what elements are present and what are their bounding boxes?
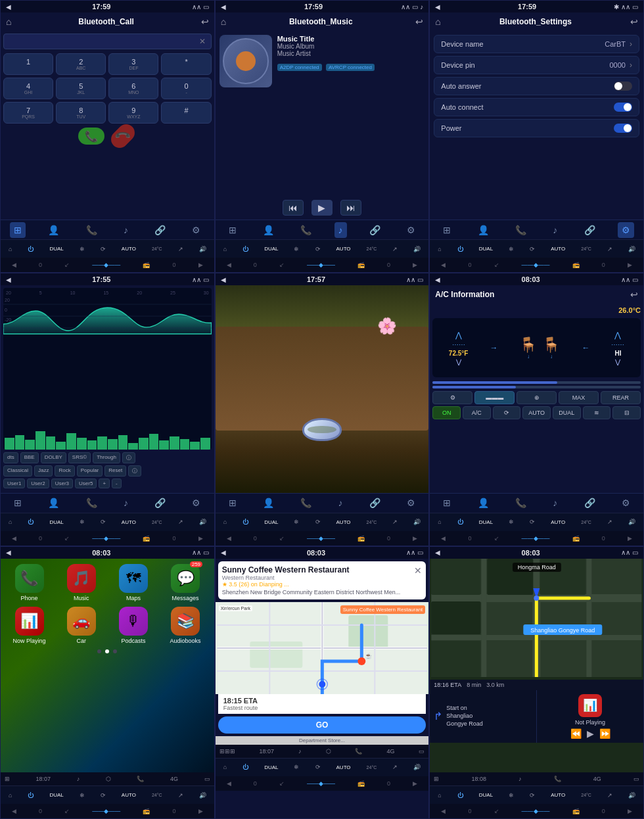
tab-link-4[interactable]: 🔗: [150, 495, 170, 511]
climate-fan-2[interactable]: ⟳: [315, 246, 321, 252]
end-call-button[interactable]: 📞: [108, 121, 139, 152]
eq-user2[interactable]: User2: [27, 479, 49, 488]
ctrl-back-9[interactable]: ↙: [494, 808, 499, 814]
eq-reset[interactable]: Reset: [104, 465, 126, 477]
carplay-grid-icon[interactable]: ⊞: [5, 776, 10, 782]
climate-seat-1[interactable]: ↗: [178, 246, 183, 252]
ac-max-btn[interactable]: MAX: [559, 391, 599, 404]
dial-btn-7[interactable]: 7PQRS: [3, 102, 53, 124]
dot-2[interactable]: [105, 649, 109, 653]
climate-seat-7[interactable]: ↗: [178, 792, 183, 799]
tab-contacts-3[interactable]: 👤: [474, 222, 493, 238]
back-btn-1[interactable]: ↩: [201, 16, 209, 27]
ctrl-left-6[interactable]: ◀: [441, 535, 446, 542]
ctrl-speaker-3[interactable]: 📻: [572, 262, 580, 268]
climate-ac-2[interactable]: ❄: [294, 246, 299, 252]
ctrl-right-6[interactable]: ▶: [628, 535, 632, 542]
ac-recirc-btn[interactable]: ⟳: [493, 406, 521, 419]
nav-active-music[interactable]: ♪: [518, 776, 522, 782]
ctrl-back-3[interactable]: ↙: [494, 262, 499, 268]
home-icon-2[interactable]: ⌂: [221, 16, 226, 27]
ctrl-right-9[interactable]: ▶: [628, 808, 632, 814]
back-arrow-3[interactable]: ◀: [435, 3, 440, 11]
play-button[interactable]: ▶: [311, 200, 333, 216]
climate-vol-6[interactable]: 🔊: [628, 519, 635, 525]
back-arrow-5[interactable]: ◀: [221, 276, 226, 283]
eq-user3[interactable]: User3: [51, 479, 73, 488]
climate-vol-7[interactable]: 🔊: [199, 792, 206, 799]
tab-grid-2[interactable]: ⊞: [225, 222, 241, 238]
tab-grid-4[interactable]: ⊞: [10, 495, 26, 511]
climate-fan-4[interactable]: ⟳: [101, 519, 106, 525]
climate-seat-8[interactable]: ↗: [392, 764, 398, 770]
tab-link-2[interactable]: 🔗: [365, 222, 384, 238]
eq-popular[interactable]: Popular: [77, 465, 103, 477]
climate-vol-8[interactable]: 🔊: [413, 764, 421, 770]
eq-user5[interactable]: User5: [75, 479, 97, 488]
back-arrow-9[interactable]: ◀: [435, 549, 440, 556]
ctrl-left-3[interactable]: ◀: [441, 262, 446, 268]
video-area[interactable]: 🌸: [216, 285, 429, 492]
climate-power-7[interactable]: ⏻: [28, 792, 34, 799]
climate-home-8[interactable]: ⌂: [223, 764, 227, 770]
climate-power-4[interactable]: ⏻: [28, 519, 34, 525]
climate-home-5[interactable]: ⌂: [223, 519, 227, 525]
eq-through[interactable]: Through: [93, 452, 120, 463]
tab-contacts-5[interactable]: 👤: [259, 495, 278, 511]
climate-fan-8[interactable]: ⟳: [315, 764, 321, 770]
tab-link-5[interactable]: 🔗: [365, 495, 384, 511]
climate-seat-9[interactable]: ↗: [607, 792, 612, 799]
ctrl-left-8[interactable]: ◀: [227, 780, 231, 787]
climate-ac-3[interactable]: ❄: [509, 246, 514, 252]
climate-seat-2[interactable]: ↗: [392, 246, 398, 252]
nav-active-grid[interactable]: ⊞: [434, 776, 439, 782]
climate-seat-3[interactable]: ↗: [607, 246, 612, 252]
dial-btn-0[interactable]: 0-: [161, 78, 211, 99]
dial-btn-9[interactable]: 9WXYZ: [108, 102, 158, 124]
ac-auto-btn[interactable]: AUTO: [522, 406, 551, 419]
ac-rear-btn[interactable]: REAR: [601, 391, 641, 404]
back-btn-3[interactable]: ↩: [630, 16, 638, 27]
fan-up-right[interactable]: ⋀: [614, 331, 621, 340]
tab-grid-5[interactable]: ⊞: [225, 495, 241, 511]
eq-info2[interactable]: ⓘ: [128, 465, 141, 477]
map-canvas[interactable]: ☕ Xin'ercun Park Sunny Coffee Western Re…: [216, 602, 429, 694]
climate-home-3[interactable]: ⌂: [438, 246, 441, 252]
tab-call-6[interactable]: 📞: [511, 495, 530, 511]
climate-power-2[interactable]: ⏻: [242, 246, 248, 252]
app-podcasts[interactable]: 🎙 Podcasts: [110, 607, 156, 644]
ctrl-right-3[interactable]: ▶: [628, 262, 632, 268]
climate-power-9[interactable]: ⏻: [457, 792, 463, 799]
close-card-btn[interactable]: ✕: [414, 565, 422, 576]
dial-btn-3[interactable]: 3DEF: [108, 53, 158, 75]
dial-btn-6[interactable]: 6MNO: [108, 78, 158, 99]
ctrl-left-7[interactable]: ◀: [12, 808, 16, 814]
dial-btn-hash[interactable]: #: [161, 102, 211, 124]
dial-btn-star[interactable]: *: [161, 53, 211, 75]
nav-tiktok-icon[interactable]: ⬡: [326, 748, 331, 755]
tab-contacts-6[interactable]: 👤: [474, 495, 493, 511]
back-arrow-2[interactable]: ◀: [221, 3, 226, 11]
climate-home-6[interactable]: ⌂: [438, 519, 441, 525]
climate-power-3[interactable]: ⏻: [457, 246, 463, 252]
tab-music-4[interactable]: ♪: [120, 495, 132, 511]
climate-ac-8[interactable]: ❄: [294, 764, 299, 770]
climate-fan-7[interactable]: ⟳: [101, 792, 106, 799]
ctrl-slider-3[interactable]: ——◆——: [522, 262, 550, 268]
eq-dts[interactable]: dts: [3, 452, 18, 463]
ctrl-speaker-6[interactable]: 📻: [572, 535, 580, 542]
dot-1[interactable]: [97, 649, 101, 653]
ctrl-back-2[interactable]: ↙: [279, 262, 285, 268]
back-arrow-6[interactable]: ◀: [435, 276, 440, 283]
climate-fan-5[interactable]: ⟳: [315, 519, 321, 525]
nav-grid-icon[interactable]: ⊞⊞⊞: [219, 748, 235, 755]
tab-contacts-1[interactable]: 👤: [44, 222, 63, 238]
tab-call-4[interactable]: 📞: [82, 495, 101, 511]
tab-grid-3[interactable]: ⊞: [439, 222, 455, 238]
climate-fan-6[interactable]: ⟳: [530, 519, 535, 525]
tab-call-5[interactable]: 📞: [296, 495, 315, 511]
ctrl-back-4[interactable]: ↙: [64, 535, 70, 542]
dial-input[interactable]: ✕: [3, 34, 212, 49]
tab-settings-5[interactable]: ⚙: [403, 495, 419, 511]
climate-home-4[interactable]: ⌂: [9, 519, 12, 525]
